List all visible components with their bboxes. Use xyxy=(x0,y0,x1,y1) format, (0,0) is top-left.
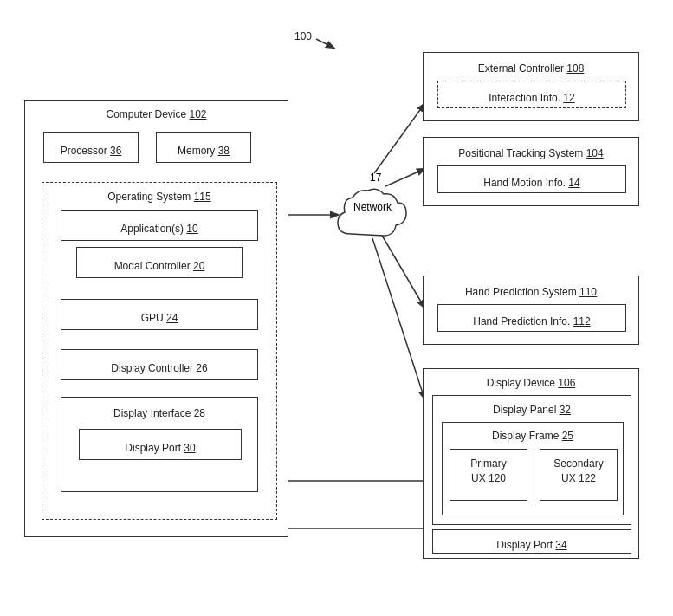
display-port-right-box: Display Port 34 xyxy=(432,529,631,554)
hand-motion-info-box: Hand Motion Info. 14 xyxy=(437,165,626,193)
primary-ux-box: PrimaryUX 120 xyxy=(450,449,527,501)
hand-prediction-system-box: Hand Prediction System 110 Hand Predicti… xyxy=(423,276,639,345)
display-interface-box: Display Interface 28 Display Port 30 xyxy=(61,397,258,492)
secondary-ux-box: SecondaryUX 122 xyxy=(540,449,618,501)
display-device-box: Display Device 106 Display Panel 32 Disp… xyxy=(423,368,639,559)
external-controller-box: External Controller 108 Interaction Info… xyxy=(423,52,639,121)
svg-line-5 xyxy=(372,238,424,399)
hand-prediction-info-box: Hand Prediction Info. 112 xyxy=(437,304,626,332)
network-label: Network xyxy=(342,201,403,213)
network-cloud: Network 17 xyxy=(333,182,411,250)
applications-box: Application(s) 10 xyxy=(61,210,258,241)
display-device-label: Display Device 106 xyxy=(482,374,581,393)
gpu-label: GPU 24 xyxy=(61,300,257,336)
display-controller-label: Display Controller 26 xyxy=(61,350,257,386)
network-cloud-svg xyxy=(333,182,411,247)
modal-controller-label: Modal Controller 20 xyxy=(77,248,242,284)
display-panel-label: Display Panel 32 xyxy=(488,401,576,420)
processor-box: Processor 36 xyxy=(43,132,139,163)
operating-system-label: Operating System 115 xyxy=(102,188,216,207)
svg-line-2 xyxy=(374,104,424,173)
applications-label: Application(s) 10 xyxy=(61,211,257,247)
display-frame-label: Display Frame 25 xyxy=(487,427,579,446)
memory-box: Memory 38 xyxy=(156,132,251,163)
primary-ux-label: PrimaryUX 120 xyxy=(450,450,527,489)
svg-line-0 xyxy=(316,39,333,48)
ref-100: 100 xyxy=(294,30,312,42)
interaction-info-label: Interaction Info. 12 xyxy=(438,81,625,114)
network-ref: 17 xyxy=(370,172,381,184)
hand-prediction-system-label: Hand Prediction System 110 xyxy=(460,283,602,302)
gpu-box: GPU 24 xyxy=(61,299,258,330)
display-port-left-box: Display Port 30 xyxy=(79,429,242,460)
computer-device-label: Computer Device 102 xyxy=(100,106,211,125)
interaction-info-box: Interaction Info. 12 xyxy=(437,81,626,108)
secondary-ux-label: SecondaryUX 122 xyxy=(540,450,617,489)
positional-tracking-label: Positional Tracking System 104 xyxy=(453,145,608,164)
display-controller-box: Display Controller 26 xyxy=(61,349,258,380)
display-panel-box: Display Panel 32 Display Frame 25 Primar… xyxy=(432,395,631,525)
display-interface-label: Display Interface 28 xyxy=(108,405,210,424)
diagram-container: 100 Computer Device 102 Processor 36 Mem… xyxy=(0,0,673,616)
positional-tracking-box: Positional Tracking System 104 Hand Moti… xyxy=(423,137,639,206)
display-port-left-label: Display Port 30 xyxy=(80,430,241,466)
external-controller-label: External Controller 108 xyxy=(473,60,590,79)
modal-controller-box: Modal Controller 20 xyxy=(76,247,243,278)
processor-label: Processor 36 xyxy=(44,133,138,169)
hand-prediction-info-label: Hand Prediction Info. 112 xyxy=(438,305,625,338)
memory-label: Memory 38 xyxy=(157,133,250,169)
display-port-right-label: Display Port 34 xyxy=(433,530,631,560)
hand-motion-info-label: Hand Motion Info. 14 xyxy=(438,166,625,199)
display-frame-box: Display Frame 25 PrimaryUX 120 Secondary… xyxy=(442,422,624,515)
